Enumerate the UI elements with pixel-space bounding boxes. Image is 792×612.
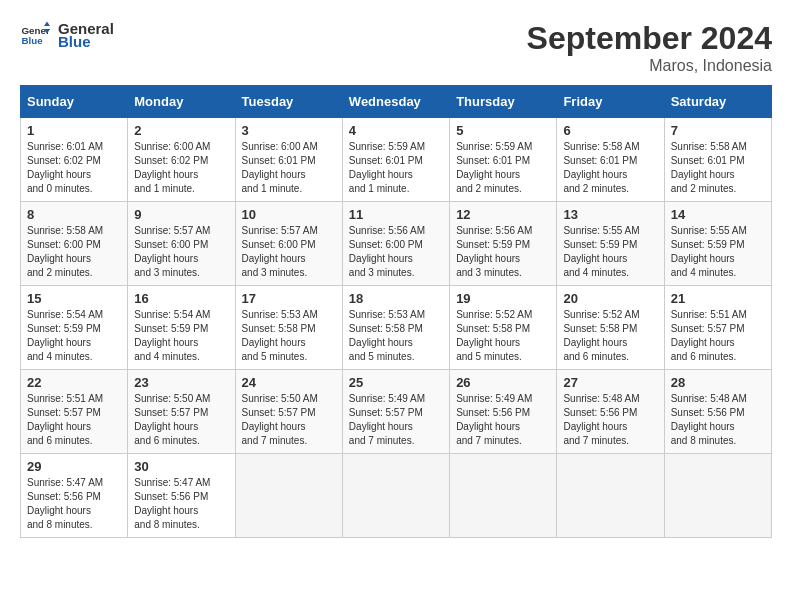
day-number: 5 [456, 123, 550, 138]
location-title: Maros, Indonesia [527, 57, 772, 75]
day-number: 22 [27, 375, 121, 390]
day-info: Sunrise: 5:56 AMSunset: 6:00 PMDaylight … [349, 225, 425, 278]
day-number: 9 [134, 207, 228, 222]
day-info: Sunrise: 5:52 AMSunset: 5:58 PMDaylight … [563, 309, 639, 362]
day-number: 6 [563, 123, 657, 138]
day-info: Sunrise: 5:48 AMSunset: 5:56 PMDaylight … [671, 393, 747, 446]
calendar-cell: 23Sunrise: 5:50 AMSunset: 5:57 PMDayligh… [128, 370, 235, 454]
day-info: Sunrise: 5:49 AMSunset: 5:57 PMDaylight … [349, 393, 425, 446]
day-number: 15 [27, 291, 121, 306]
day-number: 25 [349, 375, 443, 390]
calendar-cell: 12Sunrise: 5:56 AMSunset: 5:59 PMDayligh… [450, 202, 557, 286]
calendar-cell: 22Sunrise: 5:51 AMSunset: 5:57 PMDayligh… [21, 370, 128, 454]
calendar-cell: 1Sunrise: 6:01 AMSunset: 6:02 PMDaylight… [21, 118, 128, 202]
calendar-week-1: 1Sunrise: 6:01 AMSunset: 6:02 PMDaylight… [21, 118, 772, 202]
calendar-cell: 6Sunrise: 5:58 AMSunset: 6:01 PMDaylight… [557, 118, 664, 202]
calendar-cell [235, 454, 342, 538]
day-number: 11 [349, 207, 443, 222]
day-info: Sunrise: 5:54 AMSunset: 5:59 PMDaylight … [27, 309, 103, 362]
calendar-cell: 19Sunrise: 5:52 AMSunset: 5:58 PMDayligh… [450, 286, 557, 370]
calendar-cell: 26Sunrise: 5:49 AMSunset: 5:56 PMDayligh… [450, 370, 557, 454]
day-number: 30 [134, 459, 228, 474]
calendar-cell: 2Sunrise: 6:00 AMSunset: 6:02 PMDaylight… [128, 118, 235, 202]
calendar-cell: 7Sunrise: 5:58 AMSunset: 6:01 PMDaylight… [664, 118, 771, 202]
calendar-week-3: 15Sunrise: 5:54 AMSunset: 5:59 PMDayligh… [21, 286, 772, 370]
day-info: Sunrise: 5:53 AMSunset: 5:58 PMDaylight … [349, 309, 425, 362]
weekday-header-sunday: Sunday [21, 86, 128, 118]
calendar-cell: 13Sunrise: 5:55 AMSunset: 5:59 PMDayligh… [557, 202, 664, 286]
day-info: Sunrise: 5:54 AMSunset: 5:59 PMDaylight … [134, 309, 210, 362]
weekday-header-tuesday: Tuesday [235, 86, 342, 118]
day-info: Sunrise: 5:47 AMSunset: 5:56 PMDaylight … [27, 477, 103, 530]
day-number: 19 [456, 291, 550, 306]
weekday-header-monday: Monday [128, 86, 235, 118]
logo-icon: General Blue [20, 20, 50, 50]
day-info: Sunrise: 5:47 AMSunset: 5:56 PMDaylight … [134, 477, 210, 530]
logo: General Blue General Blue [20, 20, 114, 50]
calendar-cell: 3Sunrise: 6:00 AMSunset: 6:01 PMDaylight… [235, 118, 342, 202]
weekday-header-friday: Friday [557, 86, 664, 118]
calendar-cell: 11Sunrise: 5:56 AMSunset: 6:00 PMDayligh… [342, 202, 449, 286]
svg-marker-2 [44, 22, 50, 27]
calendar-cell: 8Sunrise: 5:58 AMSunset: 6:00 PMDaylight… [21, 202, 128, 286]
day-info: Sunrise: 5:58 AMSunset: 6:00 PMDaylight … [27, 225, 103, 278]
calendar-cell [450, 454, 557, 538]
day-number: 23 [134, 375, 228, 390]
day-info: Sunrise: 5:50 AMSunset: 5:57 PMDaylight … [242, 393, 318, 446]
day-number: 10 [242, 207, 336, 222]
calendar-cell: 10Sunrise: 5:57 AMSunset: 6:00 PMDayligh… [235, 202, 342, 286]
day-number: 28 [671, 375, 765, 390]
page-header: General Blue General Blue September 2024… [20, 20, 772, 75]
day-info: Sunrise: 6:01 AMSunset: 6:02 PMDaylight … [27, 141, 103, 194]
day-info: Sunrise: 5:48 AMSunset: 5:56 PMDaylight … [563, 393, 639, 446]
calendar-cell: 21Sunrise: 5:51 AMSunset: 5:57 PMDayligh… [664, 286, 771, 370]
day-info: Sunrise: 5:49 AMSunset: 5:56 PMDaylight … [456, 393, 532, 446]
day-number: 8 [27, 207, 121, 222]
day-info: Sunrise: 5:52 AMSunset: 5:58 PMDaylight … [456, 309, 532, 362]
calendar-week-2: 8Sunrise: 5:58 AMSunset: 6:00 PMDaylight… [21, 202, 772, 286]
day-info: Sunrise: 5:50 AMSunset: 5:57 PMDaylight … [134, 393, 210, 446]
day-number: 12 [456, 207, 550, 222]
calendar-cell: 28Sunrise: 5:48 AMSunset: 5:56 PMDayligh… [664, 370, 771, 454]
day-info: Sunrise: 5:58 AMSunset: 6:01 PMDaylight … [563, 141, 639, 194]
calendar-cell: 5Sunrise: 5:59 AMSunset: 6:01 PMDaylight… [450, 118, 557, 202]
weekday-header-thursday: Thursday [450, 86, 557, 118]
calendar-cell: 30Sunrise: 5:47 AMSunset: 5:56 PMDayligh… [128, 454, 235, 538]
calendar-cell [342, 454, 449, 538]
calendar-cell: 17Sunrise: 5:53 AMSunset: 5:58 PMDayligh… [235, 286, 342, 370]
day-number: 27 [563, 375, 657, 390]
day-info: Sunrise: 5:51 AMSunset: 5:57 PMDaylight … [27, 393, 103, 446]
calendar-cell: 27Sunrise: 5:48 AMSunset: 5:56 PMDayligh… [557, 370, 664, 454]
day-number: 14 [671, 207, 765, 222]
day-info: Sunrise: 5:56 AMSunset: 5:59 PMDaylight … [456, 225, 532, 278]
calendar-cell: 15Sunrise: 5:54 AMSunset: 5:59 PMDayligh… [21, 286, 128, 370]
day-info: Sunrise: 6:00 AMSunset: 6:02 PMDaylight … [134, 141, 210, 194]
weekday-header-row: SundayMondayTuesdayWednesdayThursdayFrid… [21, 86, 772, 118]
calendar-cell: 14Sunrise: 5:55 AMSunset: 5:59 PMDayligh… [664, 202, 771, 286]
calendar-cell: 20Sunrise: 5:52 AMSunset: 5:58 PMDayligh… [557, 286, 664, 370]
calendar-cell: 29Sunrise: 5:47 AMSunset: 5:56 PMDayligh… [21, 454, 128, 538]
day-info: Sunrise: 5:59 AMSunset: 6:01 PMDaylight … [456, 141, 532, 194]
calendar-cell [557, 454, 664, 538]
title-section: September 2024 Maros, Indonesia [527, 20, 772, 75]
day-info: Sunrise: 5:57 AMSunset: 6:00 PMDaylight … [242, 225, 318, 278]
calendar-week-5: 29Sunrise: 5:47 AMSunset: 5:56 PMDayligh… [21, 454, 772, 538]
day-number: 24 [242, 375, 336, 390]
day-number: 1 [27, 123, 121, 138]
calendar-cell: 16Sunrise: 5:54 AMSunset: 5:59 PMDayligh… [128, 286, 235, 370]
month-title: September 2024 [527, 20, 772, 57]
day-info: Sunrise: 5:59 AMSunset: 6:01 PMDaylight … [349, 141, 425, 194]
day-number: 26 [456, 375, 550, 390]
weekday-header-wednesday: Wednesday [342, 86, 449, 118]
day-info: Sunrise: 5:57 AMSunset: 6:00 PMDaylight … [134, 225, 210, 278]
calendar-table: SundayMondayTuesdayWednesdayThursdayFrid… [20, 85, 772, 538]
day-info: Sunrise: 6:00 AMSunset: 6:01 PMDaylight … [242, 141, 318, 194]
day-info: Sunrise: 5:55 AMSunset: 5:59 PMDaylight … [563, 225, 639, 278]
day-info: Sunrise: 5:55 AMSunset: 5:59 PMDaylight … [671, 225, 747, 278]
calendar-cell: 24Sunrise: 5:50 AMSunset: 5:57 PMDayligh… [235, 370, 342, 454]
day-number: 16 [134, 291, 228, 306]
weekday-header-saturday: Saturday [664, 86, 771, 118]
day-info: Sunrise: 5:51 AMSunset: 5:57 PMDaylight … [671, 309, 747, 362]
day-number: 2 [134, 123, 228, 138]
svg-text:Blue: Blue [22, 35, 44, 46]
